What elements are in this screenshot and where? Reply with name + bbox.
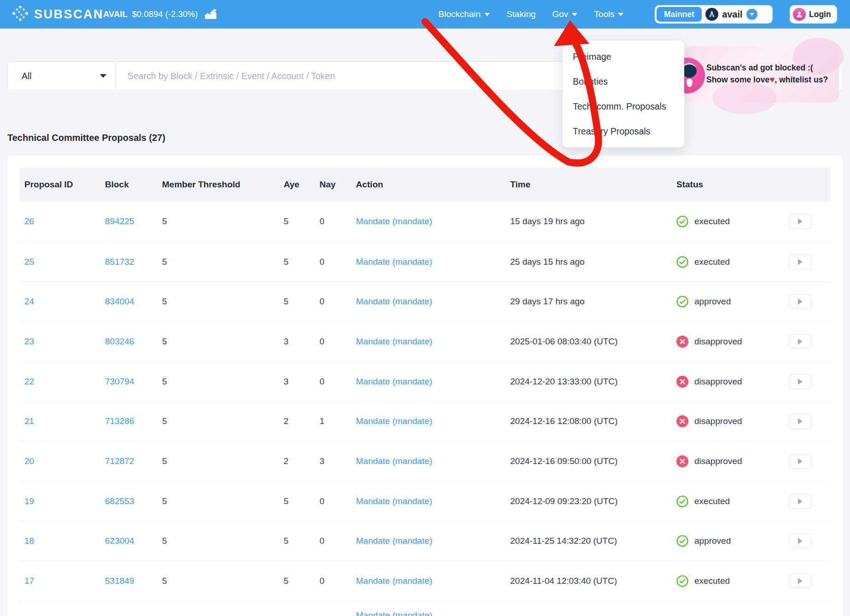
time-value: 29 days 17 hrs ago (510, 296, 585, 307)
network-selector: Mainnet avail (655, 5, 773, 23)
proposal-id-link[interactable]: 21 (24, 416, 34, 426)
action-link[interactable]: Mandate (mandate) (356, 257, 432, 267)
block-link[interactable]: 894225 (105, 216, 134, 227)
row-expand-button[interactable] (789, 534, 811, 548)
block-link[interactable]: 803246 (105, 337, 134, 347)
status-success-icon (676, 495, 688, 507)
status-success-icon (676, 535, 688, 547)
column-header: Nay (320, 168, 336, 202)
ad-decor-blob (712, 82, 777, 114)
status-badge: disapproved (676, 376, 742, 388)
action-link[interactable]: Mandate (mandate) (356, 416, 432, 426)
gov-menu-item-preimage[interactable]: Preimage (563, 44, 684, 69)
table-row: 20712872523Mandate (mandate)2024-12-16 0… (19, 441, 831, 481)
nay-value: 1 (320, 416, 325, 426)
chevron-down-icon (618, 13, 623, 16)
network-badge[interactable]: Mainnet (657, 7, 702, 22)
gov-menu-item-treasury-proposals[interactable]: Treasury Proposals (563, 119, 684, 144)
chain-name: avail (722, 9, 742, 20)
aye-value: 3 (284, 377, 289, 387)
brand-name: SUBSCAN (34, 7, 104, 22)
block-link[interactable]: 712872 (105, 456, 134, 466)
row-expand-button[interactable] (789, 334, 811, 349)
nay-value: 0 (320, 576, 325, 586)
action-link[interactable]: Mandate (mandate) (356, 456, 432, 466)
proposal-id-link[interactable]: 25 (24, 257, 34, 267)
nay-value: 0 (320, 496, 325, 506)
nav-item-gov[interactable]: Gov (552, 9, 577, 19)
nay-value: 0 (320, 296, 325, 307)
ad-blocked-banner[interactable]: Subscan's ad got blocked :( Show some lo… (685, 46, 839, 103)
proposal-id-link[interactable]: 19 (24, 496, 34, 506)
row-expand-button[interactable] (789, 414, 811, 429)
status-error-icon (676, 415, 688, 427)
action-link[interactable]: Mandate (mandate) (356, 536, 432, 546)
action-link[interactable]: Mandate (mandate) (356, 337, 432, 347)
proposal-id-link[interactable]: 26 (24, 216, 34, 227)
action-link[interactable]: Mandate (mandate) (356, 496, 432, 506)
search-filter-select[interactable]: All (8, 62, 116, 90)
table-header-row: Proposal IDBlockMember ThresholdAyeNayAc… (19, 168, 831, 202)
block-link[interactable]: 730794 (105, 377, 134, 387)
table-row: 22730794530Mandate (mandate)2024-12-20 1… (19, 361, 831, 401)
nav-item-staking[interactable]: Staking (507, 9, 536, 19)
member-threshold-value: 5 (162, 536, 167, 546)
proposal-id-link[interactable]: 24 (24, 296, 34, 307)
action-link[interactable]: Mandate (mandate) (356, 377, 432, 387)
nav-item-label: Gov (552, 9, 568, 19)
chevron-down-icon (572, 13, 577, 16)
row-expand-button[interactable] (789, 214, 811, 229)
status-text: disapproved (694, 456, 742, 466)
block-link[interactable]: 713286 (105, 416, 134, 426)
time-value: 2024-11-25 14:32:20 (UTC) (510, 536, 617, 546)
row-expand-button[interactable] (789, 255, 811, 269)
status-badge: executed (676, 215, 730, 227)
nay-value: 0 (320, 377, 325, 387)
price-chart-icon[interactable] (204, 9, 217, 19)
aye-value: 2 (284, 416, 289, 426)
table-row: 17531849550Mandate (mandate)2024-11-04 1… (19, 561, 831, 601)
nav-item-tools[interactable]: Tools (594, 9, 623, 19)
table-row: 24834004550Mandate (mandate)29 days 17 h… (19, 281, 831, 321)
block-link[interactable]: 834004 (105, 296, 134, 307)
nay-value: 0 (320, 536, 325, 546)
time-value: 2025-01-06 08:03:40 (UTC) (510, 337, 617, 347)
row-expand-button[interactable] (789, 454, 811, 469)
proposal-id-link[interactable]: 18 (24, 536, 34, 546)
action-link[interactable]: Mandate (mandate) (356, 296, 432, 307)
proposal-id-link[interactable]: 20 (24, 456, 34, 466)
action-link[interactable]: Mandate (mandate) (356, 216, 432, 227)
aye-value: 5 (284, 496, 289, 506)
time-value: 15 days 19 hrs ago (510, 216, 585, 227)
login-button[interactable]: Login (790, 5, 837, 23)
row-expand-button[interactable] (789, 574, 811, 588)
time-value: 2024-12-20 13:33:00 (UTC) (510, 377, 617, 387)
nav-item-label: Blockchain (438, 9, 481, 19)
status-badge: disapproved (676, 455, 742, 467)
action-link[interactable]: Mandate (mandate) (356, 576, 432, 586)
proposal-id-link[interactable]: 23 (24, 337, 34, 347)
row-expand-button[interactable] (789, 294, 811, 309)
nav-item-blockchain[interactable]: Blockchain (438, 9, 490, 19)
gov-menu-item-bounties[interactable]: Bounties (563, 69, 684, 94)
block-link[interactable]: 531849 (105, 576, 134, 586)
nay-value: 0 (320, 257, 325, 267)
proposal-id-link[interactable]: 22 (24, 377, 34, 387)
chain-switch-chevron-icon[interactable] (746, 9, 757, 20)
aye-value: 5 (284, 536, 289, 546)
row-expand-button[interactable] (789, 494, 811, 509)
search-filter-value: All (22, 71, 32, 81)
status-error-icon (676, 336, 688, 348)
aye-value: 5 (284, 216, 289, 227)
action-link[interactable]: Mandate (mandate) (356, 610, 432, 616)
block-link[interactable]: 682553 (105, 496, 134, 506)
gov-menu-item-tech-comm-proposals[interactable]: Tech. comm. Proposals (563, 94, 684, 119)
proposal-id-link[interactable]: 17 (24, 576, 34, 586)
subscan-logo[interactable]: SUBSCAN (12, 0, 104, 29)
block-link[interactable]: 623004 (105, 536, 134, 546)
block-link[interactable]: 851732 (105, 257, 134, 267)
row-expand-button[interactable] (789, 374, 811, 389)
status-text: executed (694, 257, 730, 267)
ad-line2: Show some love♥, whitelist us? (706, 74, 828, 86)
column-header: Member Threshold (162, 168, 240, 202)
